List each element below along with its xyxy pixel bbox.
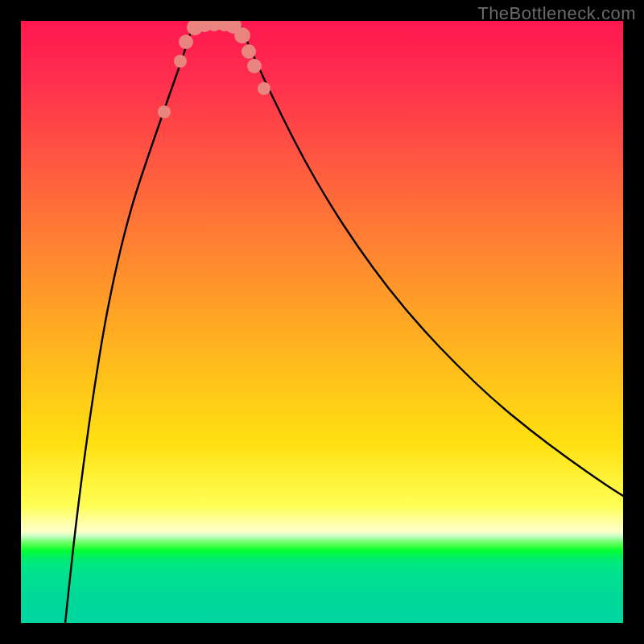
data-marker: [158, 105, 171, 118]
data-marker: [179, 35, 193, 49]
data-marker: [242, 44, 256, 59]
chart-svg: [21, 21, 623, 623]
curve-right-curve: [238, 21, 623, 496]
watermark-text: TheBottleneck.com: [477, 3, 636, 24]
data-marker: [234, 27, 250, 43]
data-marker: [258, 82, 270, 95]
data-marker: [247, 59, 262, 73]
data-marker: [174, 55, 187, 68]
curve-left-curve: [65, 21, 194, 623]
